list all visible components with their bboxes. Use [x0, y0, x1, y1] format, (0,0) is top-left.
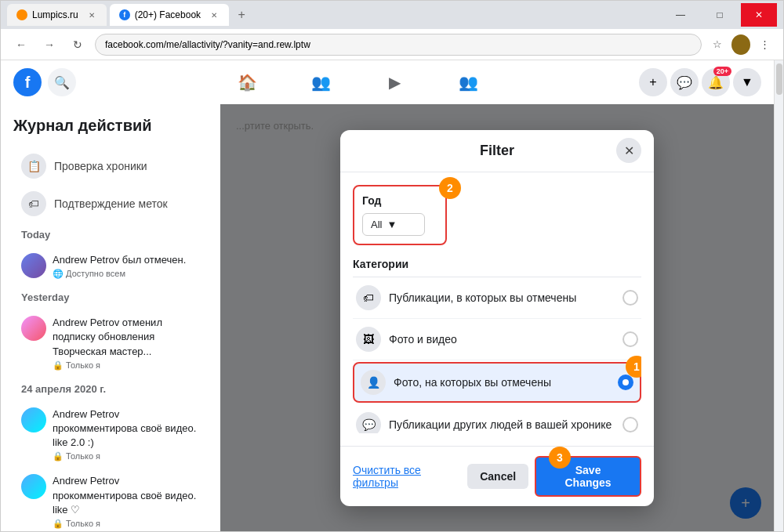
activity-text-0: Andrew Petrov был отмечен. 🌐 Доступно вс… — [53, 253, 186, 279]
activity-date-today: Today — [13, 223, 208, 247]
sidebar-title: Журнал действий — [13, 117, 208, 135]
activity-item-0[interactable]: Andrew Petrov был отмечен. 🌐 Доступно вс… — [13, 247, 208, 285]
menu-icon[interactable]: ⋮ — [755, 35, 774, 54]
nav-icons: + 💬 🔔 20+ ▼ — [639, 68, 761, 96]
tab-lumpics[interactable]: Lumpics.ru ✕ — [7, 4, 107, 26]
modal-close-button[interactable]: ✕ — [616, 138, 641, 163]
address-bar: ← → ↻ ☆ ⋮ — [1, 29, 783, 60]
categories-label: Категории — [353, 258, 641, 270]
cancel-button[interactable]: Cancel — [467, 464, 528, 489]
browser-frame: Lumpics.ru ✕ f (20+) Facebook ✕ + — □ ✕ … — [0, 0, 784, 532]
tab-facebook-label: (20+) Facebook — [135, 9, 201, 20]
step-3-circle: 3 — [549, 447, 571, 469]
step-2-circle: 2 — [439, 177, 461, 199]
add-button[interactable]: + — [639, 68, 667, 96]
activity-avatar-1 — [21, 316, 46, 341]
forward-button[interactable]: → — [38, 34, 60, 56]
facebook-favicon: f — [119, 9, 130, 20]
year-section: Год All ▼ 2 — [353, 185, 641, 245]
year-label: Год — [362, 194, 437, 207]
filter-modal: Filter ✕ Год — [340, 130, 654, 506]
address-input[interactable] — [95, 34, 702, 56]
clear-filters-link[interactable]: Очистить все фильтры — [353, 464, 467, 489]
year-section-box: Год All ▼ — [353, 185, 447, 245]
photos-videos-radio[interactable] — [622, 331, 638, 347]
tab-facebook-close[interactable]: ✕ — [209, 9, 220, 20]
new-tab-button[interactable]: + — [232, 5, 251, 24]
step-1-circle: 1 — [626, 356, 641, 378]
tagged-posts-icon: 🏷 — [356, 285, 381, 310]
facebook-logo: f — [13, 68, 42, 96]
activity-text-3: Andrew Petrov прокомментирова своё видео… — [53, 474, 200, 529]
maximize-button[interactable]: □ — [702, 3, 738, 27]
review-icon: 📋 — [21, 154, 46, 179]
year-dropdown-icon: ▼ — [387, 219, 397, 230]
notifications-button[interactable]: 🔔 20+ — [702, 68, 730, 96]
others-posts-icon: 💬 — [356, 412, 381, 433]
activity-item-1[interactable]: Andrew Petrov отменил подписку обновлени… — [13, 309, 208, 377]
category-item-photos-videos[interactable]: 🖼 Фото и видео — [353, 319, 641, 360]
nav-groups-button[interactable]: 👥 — [433, 67, 503, 98]
activity-text-content-2: Andrew Petrov прокомментирова своё видео… — [53, 407, 200, 451]
minimize-button[interactable]: — — [662, 3, 699, 27]
activity-text-1: Andrew Petrov отменил подписку обновлени… — [53, 316, 200, 371]
sidebar-review-label: Проверка хроники — [54, 160, 147, 172]
account-menu-button[interactable]: ▼ — [733, 68, 761, 96]
footer-actions: Cancel Save Changes 3 — [467, 456, 641, 497]
nav-home-button[interactable]: 🏠 — [212, 67, 282, 98]
activity-text-content-3: Andrew Petrov прокомментирова своё видео… — [53, 474, 200, 517]
activity-sub-1: 🔒 Только я — [53, 360, 200, 371]
scrollbar-thumb[interactable] — [776, 63, 782, 95]
activity-text-2: Andrew Petrov прокомментирова своё видео… — [53, 407, 200, 462]
activity-item-3[interactable]: Andrew Petrov прокомментирова своё видео… — [13, 468, 208, 531]
user-profile-icon[interactable] — [731, 35, 750, 54]
nav-center: 🏠 👥 ▶ 👥 — [82, 67, 633, 98]
nav-friends-button[interactable]: 👥 — [285, 67, 356, 98]
facebook-topnav: f 🔍 🏠 👥 ▶ 👥 + 💬 🔔 20+ ▼ — [1, 60, 774, 104]
bookmark-icon[interactable]: ☆ — [708, 35, 727, 54]
modal-body: Год All ▼ 2 — [340, 172, 654, 446]
title-bar: Lumpics.ru ✕ f (20+) Facebook ✕ + — □ ✕ — [1, 1, 783, 29]
fb-layout: Журнал действий 📋 Проверка хроники 🏷 Под… — [1, 104, 774, 531]
others-posts-radio[interactable] — [622, 417, 638, 432]
activity-item-2[interactable]: Andrew Petrov прокомментирова своё видео… — [13, 401, 208, 469]
tagged-photos-label: Фото, на которых вы отмечены — [394, 376, 618, 389]
year-select[interactable]: All ▼ — [362, 213, 425, 236]
tagged-posts-radio[interactable] — [622, 290, 638, 306]
sidebar: Журнал действий 📋 Проверка хроники 🏷 Под… — [1, 104, 220, 531]
back-button[interactable]: ← — [10, 34, 32, 56]
category-item-tagged-posts[interactable]: 🏷 Публикации, в которых вы отмечены — [353, 277, 641, 319]
tab-lumpics-label: Lumpics.ru — [32, 9, 78, 20]
close-window-button[interactable]: ✕ — [741, 3, 777, 27]
others-posts-label: Публикации других людей в вашей хронике — [389, 418, 622, 431]
activity-sub-0: 🌐 Доступно всем — [53, 269, 186, 279]
scrollbar-area — [774, 60, 783, 531]
search-button[interactable]: 🔍 — [48, 68, 76, 96]
category-item-tagged-photos[interactable]: 👤 Фото, на которых вы отмечены 1 — [353, 362, 641, 403]
nav-video-button[interactable]: ▶ — [359, 67, 430, 98]
main-content: ...ртите открыть. Filter ✕ — [220, 104, 774, 531]
tab-facebook[interactable]: f (20+) Facebook ✕ — [110, 4, 229, 26]
messenger-button[interactable]: 💬 — [670, 68, 699, 96]
year-value: All — [371, 219, 382, 230]
close-icon: ✕ — [624, 143, 634, 158]
tab-lumpics-close[interactable]: ✕ — [86, 9, 97, 20]
tagged-posts-label: Публикации, в которых вы отмечены — [389, 291, 622, 304]
tags-icon: 🏷 — [21, 191, 46, 216]
sidebar-tags-label: Подтверждение меток — [54, 197, 168, 210]
sidebar-item-tags[interactable]: 🏷 Подтверждение меток — [13, 185, 208, 223]
photos-videos-label: Фото и видео — [389, 333, 622, 346]
activity-date-yesterday: Yesterday — [13, 285, 208, 309]
modal-overlay[interactable]: Filter ✕ Год — [220, 104, 774, 531]
tagged-photos-icon: 👤 — [361, 370, 386, 395]
activity-sub-2: 🔒 Только я — [53, 451, 200, 461]
sidebar-item-review[interactable]: 📋 Проверка хроники — [13, 147, 208, 185]
refresh-button[interactable]: ↻ — [67, 34, 89, 56]
activity-avatar-0 — [21, 253, 46, 278]
lumpics-favicon — [16, 9, 27, 20]
modal-header: Filter ✕ — [340, 130, 654, 172]
modal-title: Filter — [480, 143, 514, 159]
activity-text-content-0: Andrew Petrov был отмечен. — [53, 253, 186, 267]
categories-list: 🏷 Публикации, в которых вы отмечены 🖼 Фо… — [353, 277, 641, 433]
category-item-others-posts[interactable]: 💬 Публикации других людей в вашей хроник… — [353, 404, 641, 433]
